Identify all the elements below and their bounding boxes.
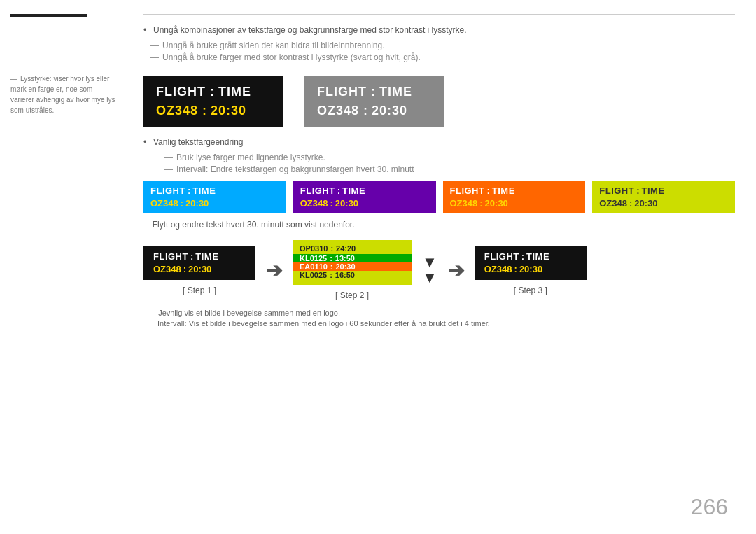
step3-label2: TIME: [526, 251, 550, 262]
vanlig-bullet: Vanlig tekstfargeendring: [144, 137, 735, 147]
flight-card-blue: FLIGHT : TIME OZ348 : 20:30: [144, 181, 286, 213]
bullet-list: Unngå kombinasjoner av tekstfarge og bak…: [144, 25, 735, 35]
fs-code: OZ348: [150, 198, 178, 209]
step3-flight-card: FLIGHT : TIME OZ348 : 20:30: [475, 246, 587, 280]
step1-label2: TIME: [195, 251, 218, 262]
fs-colon-o1: :: [486, 185, 489, 196]
flight-colon: :: [210, 85, 214, 99]
sidebar-bar: [10, 14, 88, 17]
fs-time-o: 20:30: [485, 198, 508, 209]
step2-row-2: KL0125 : 13:50: [293, 254, 412, 262]
arrow-down-1: ▼: [422, 255, 438, 270]
fs-label-y2: TIME: [642, 185, 665, 196]
step2-code-4: KL0025: [300, 271, 327, 279]
vanlig-dash-2: Intervall: Endre tekstfargen og bakgrunn…: [158, 164, 735, 174]
step2-card: OP0310 : 24:20 KL0125 : 13:50 EA0110 : 2…: [293, 240, 412, 285]
arrow-down-2: ▼: [422, 270, 438, 286]
step2-code-2: KL0125: [300, 254, 327, 262]
flight-card-orange: FLIGHT : TIME OZ348 : 20:30: [443, 181, 586, 213]
step2-time-1: 24:20: [336, 244, 356, 253]
step-1-block: FLIGHT : TIME OZ348 : 20:30 [ Step 1 ]: [144, 246, 255, 295]
fs-colon-1: :: [188, 185, 190, 196]
step2-time-4: 16:50: [335, 271, 355, 279]
flight-label-gray: FLIGHT: [317, 85, 367, 99]
sidebar: —Lysstyrke: viser hvor lys eller mørk en…: [0, 0, 126, 534]
flight-card-black: FLIGHT : TIME OZ348 : 20:30: [144, 76, 284, 127]
flight-card-gray: FLIGHT : TIME OZ348 : 20:30: [304, 76, 444, 127]
flight-code-gray: OZ348: [317, 104, 359, 118]
flight-row-2: OZ348 : 20:30: [156, 104, 271, 118]
fs-label-o1: FLIGHT: [450, 185, 485, 196]
step1-colon2: :: [183, 264, 186, 274]
step2-row-3: EA0110 : 20:30: [293, 262, 412, 271]
fs-code-y: OZ348: [599, 198, 627, 209]
step1-label1: FLIGHT: [153, 251, 188, 262]
step-2-label: [ Step 2 ]: [335, 290, 369, 300]
step2-colon-4: :: [330, 271, 332, 279]
fs-time: 20:30: [186, 198, 209, 209]
step2-code-1: OP0310: [300, 244, 328, 253]
flight-time: 20:30: [211, 104, 246, 118]
step1-time: 20:30: [188, 264, 211, 274]
bottom-note-1: Jevnlig vis et bilde i bevegelse sammen …: [144, 309, 735, 317]
flight-time-gray: 20:30: [372, 104, 407, 118]
flight-card-yellow: FLIGHT : TIME OZ348 : 20:30: [592, 181, 735, 213]
fs-colon-p1: :: [337, 185, 340, 196]
fs-colon-2: :: [181, 198, 183, 209]
flight-colon-2: :: [202, 104, 206, 118]
step1-colon1: :: [190, 251, 193, 262]
bottom-notes: Jevnlig vis et bilde i bevegelse sammen …: [144, 309, 735, 328]
time-label: TIME: [218, 85, 251, 99]
fs-label-p2: TIME: [342, 185, 365, 196]
flight-cards-small: FLIGHT : TIME OZ348 : 20:30 FLIGHT : TIM…: [144, 181, 735, 213]
step2-colon-1: :: [330, 244, 333, 253]
step3-colon2: :: [514, 264, 517, 274]
fs-colon-y2: :: [629, 198, 632, 209]
fs-label-2: TIME: [192, 185, 216, 196]
top-divider: [144, 14, 735, 15]
fs-label-p1: FLIGHT: [300, 185, 335, 196]
step3-code: OZ348: [484, 264, 512, 274]
bullet-item-1: Unngå kombinasjoner av tekstfarge og bak…: [144, 25, 735, 35]
flight-label: FLIGHT: [156, 85, 206, 99]
step2-time-2: 13:50: [335, 254, 355, 262]
step2-row-4: KL0025 : 16:50: [300, 271, 405, 279]
flight-code: OZ348: [156, 104, 198, 118]
step-3-label: [ Step 3 ]: [514, 286, 547, 295]
flight-colon-gray: :: [371, 85, 375, 99]
sidebar-text: —Lysstyrke: viser hvor lys eller mørk en…: [10, 73, 115, 115]
arrow-right-1: ➔: [266, 259, 282, 282]
step3-label1: FLIGHT: [484, 251, 519, 262]
step-2-block: OP0310 : 24:20 KL0125 : 13:50 EA0110 : 2…: [293, 240, 412, 300]
flight-row-1-gray: FLIGHT : TIME: [317, 85, 432, 99]
fs-label-o2: TIME: [492, 185, 515, 196]
fs-label-1: FLIGHT: [150, 185, 186, 196]
step2-time-3: 20:30: [335, 262, 355, 271]
bottom-note-2: Intervall: Vis et bilde i bevegelse samm…: [144, 319, 735, 328]
fs-time-p: 20:30: [335, 198, 358, 209]
step-1-label: [ Step 1 ]: [183, 286, 216, 295]
step-3-block: FLIGHT : TIME OZ348 : 20:30 [ Step 3 ]: [475, 246, 587, 295]
time-label-gray: TIME: [379, 85, 412, 99]
flight-cards-large: FLIGHT : TIME OZ348 : 20:30 FLIGHT : TIM…: [144, 76, 735, 127]
step3-colon1: :: [522, 251, 524, 262]
vanlig-dash-1: Bruk lyse farger med lignende lysstyrke.: [158, 153, 735, 162]
step2-row-1: OP0310 : 24:20: [300, 244, 405, 253]
arrow-right-2: ➔: [448, 259, 464, 282]
steps-section: FLIGHT : TIME OZ348 : 20:30 [ Step 1 ] ➔…: [144, 240, 735, 300]
flight-card-purple: FLIGHT : TIME OZ348 : 20:30: [293, 181, 436, 213]
step1-code: OZ348: [153, 264, 181, 274]
fs-colon-y1: :: [636, 185, 639, 196]
flight-colon-2-gray: :: [363, 104, 368, 118]
flytt-note: Flytt og endre tekst hvert 30. minutt so…: [144, 220, 735, 230]
fs-colon-o2: :: [479, 198, 482, 209]
fs-colon-p2: :: [330, 198, 333, 209]
step2-colon-2: :: [330, 254, 332, 262]
step2-code-3: EA0110: [300, 262, 328, 271]
step1-flight-card: FLIGHT : TIME OZ348 : 20:30: [144, 246, 255, 280]
dash-text-1: Unngå å bruke grått siden det kan bidra …: [144, 41, 735, 50]
page-number: 266: [691, 494, 728, 520]
arrow-down-group: ▼ ▼: [422, 255, 438, 286]
step2-colon-3: :: [330, 262, 333, 271]
dash-text-2: Unngå å bruke farger med stor kontrast i…: [144, 52, 735, 62]
